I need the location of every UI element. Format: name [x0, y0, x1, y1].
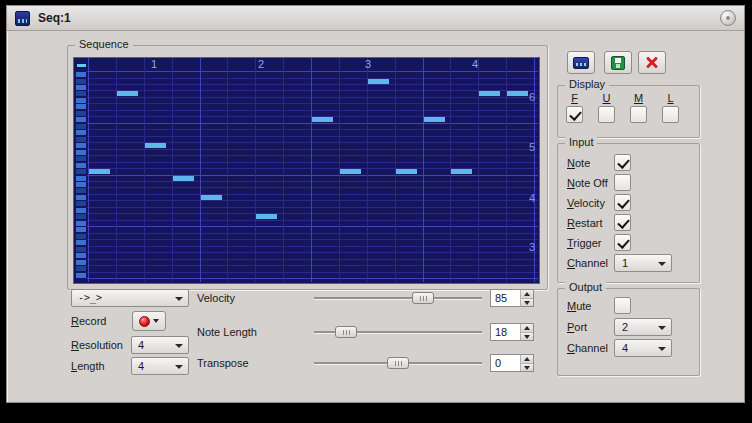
- input-channel-combo[interactable]: 1: [614, 254, 672, 272]
- transpose-label: Transpose: [197, 357, 249, 369]
- grid-line-h: [87, 110, 538, 111]
- output-row: Channel4: [558, 339, 699, 359]
- display-m-checkbox[interactable]: [630, 106, 647, 123]
- display-u-checkbox[interactable]: [598, 106, 615, 123]
- chevron-down-icon: [153, 319, 159, 323]
- output-channel-combo[interactable]: 4: [614, 339, 672, 357]
- resolution-value: 4: [138, 339, 144, 351]
- input-velocity-checkbox[interactable]: [614, 194, 631, 211]
- display-l-checkbox[interactable]: [662, 106, 679, 123]
- output-mute-checkbox[interactable]: [614, 297, 631, 314]
- keyboard-key: [76, 214, 86, 219]
- transpose-spinbox[interactable]: 0: [490, 354, 534, 372]
- output-mute-label: Mute: [567, 300, 591, 312]
- transpose-slider[interactable]: [314, 357, 482, 369]
- grid-line-h: [87, 272, 538, 273]
- record-button[interactable]: [132, 311, 166, 331]
- keyboard-key: [76, 143, 86, 148]
- grid-line-v: [367, 58, 368, 282]
- keyboard-key: [76, 234, 86, 239]
- grid-line-h: [87, 194, 538, 195]
- output-port-value: 2: [622, 321, 628, 333]
- save-button[interactable]: [604, 51, 632, 74]
- grid-line-v: [283, 58, 284, 282]
- note-bar[interactable]: [396, 169, 417, 174]
- display-option: L: [662, 92, 679, 123]
- keyboard-key: [76, 85, 86, 90]
- note-bar[interactable]: [451, 169, 472, 174]
- input-note-checkbox[interactable]: [614, 154, 631, 171]
- note-length-slider[interactable]: [314, 326, 482, 338]
- note-bar[interactable]: [117, 91, 138, 96]
- keyboard-key: [76, 182, 86, 187]
- note-bar[interactable]: [312, 117, 333, 122]
- clone-button[interactable]: [567, 51, 595, 74]
- grid-line-h: [87, 207, 538, 208]
- note-bar[interactable]: [173, 176, 194, 181]
- spin-down-icon[interactable]: [521, 298, 533, 307]
- input-row: Note: [558, 154, 699, 174]
- note-length-spinbox[interactable]: 18: [490, 323, 534, 341]
- velocity-spinbox[interactable]: 85: [490, 289, 534, 307]
- output-rows: MutePort2Channel4: [558, 289, 699, 375]
- note-bar[interactable]: [507, 91, 528, 96]
- record-label: Record: [71, 315, 106, 327]
- loop-pattern-combo[interactable]: ->_>: [71, 289, 189, 307]
- grid-line-v: [255, 58, 256, 282]
- velocity-slider-handle[interactable]: [412, 292, 434, 304]
- grid-line-h: [87, 162, 538, 163]
- delete-icon: [645, 56, 659, 70]
- input-trigger-checkbox[interactable]: [614, 234, 631, 251]
- spin-down-icon[interactable]: [521, 332, 533, 341]
- keyboard-key: [76, 266, 86, 271]
- keyboard-key: [76, 79, 86, 84]
- spin-up-icon[interactable]: [521, 324, 533, 332]
- piano-roll[interactable]: 12346543: [73, 57, 540, 284]
- note-bar[interactable]: [340, 169, 361, 174]
- velocity-label: Velocity: [197, 292, 235, 304]
- note-length-slider-handle[interactable]: [335, 326, 357, 338]
- spin-up-icon[interactable]: [521, 290, 533, 298]
- display-f-checkbox[interactable]: [566, 106, 583, 123]
- keyboard-key: [76, 137, 86, 142]
- delete-button[interactable]: [638, 51, 666, 74]
- note-length-label: Note Length: [197, 326, 257, 338]
- window-shade-button[interactable]: [720, 10, 736, 26]
- note-bar[interactable]: [479, 91, 500, 96]
- note-bar[interactable]: [368, 79, 389, 84]
- velocity-slider[interactable]: [314, 292, 482, 304]
- grid-line-h: [87, 200, 538, 201]
- note-bar[interactable]: [256, 214, 277, 219]
- record-icon: [139, 316, 150, 327]
- grid-line-h: [87, 187, 538, 188]
- titlebar[interactable]: Seq:1: [7, 6, 744, 31]
- note-bar[interactable]: [201, 195, 222, 200]
- input-restart-checkbox[interactable]: [614, 214, 631, 231]
- input-row: Note Off: [558, 174, 699, 194]
- length-combo[interactable]: 4: [131, 357, 189, 375]
- grid-line-h: [87, 123, 538, 124]
- app-icon: [15, 11, 30, 26]
- beat-label: 2: [258, 58, 264, 70]
- input-note-off-checkbox[interactable]: [614, 174, 631, 191]
- note-bar[interactable]: [424, 117, 445, 122]
- transpose-slider-handle[interactable]: [387, 357, 409, 369]
- keyboard-key: [76, 156, 86, 161]
- keyboard-key: [76, 104, 86, 109]
- note-bar[interactable]: [89, 169, 110, 174]
- velocity-slider-track[interactable]: [314, 297, 482, 299]
- input-row: Channel1: [558, 254, 699, 274]
- input-row: Restart: [558, 214, 699, 234]
- octave-label: 6: [529, 91, 535, 103]
- spin-down-icon[interactable]: [521, 363, 533, 372]
- grid-line-h: [87, 71, 538, 72]
- output-port-combo[interactable]: 2: [614, 318, 672, 336]
- seq-module-window: Seq:1 Sequence 12346543 ->_> Velocity 85: [6, 5, 745, 403]
- resolution-combo[interactable]: 4: [131, 336, 189, 354]
- note-bar[interactable]: [145, 143, 166, 148]
- keyboard-key: [76, 260, 86, 265]
- display-option-label: M: [630, 92, 647, 104]
- grid-line-h: [87, 149, 538, 150]
- grid-line-v: [311, 58, 312, 282]
- spin-up-icon[interactable]: [521, 355, 533, 363]
